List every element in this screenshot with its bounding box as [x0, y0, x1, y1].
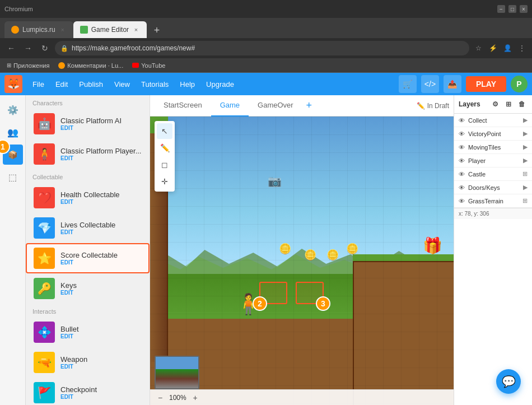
menu-upgrade[interactable]: Upgrade	[200, 73, 240, 95]
youtube-icon	[132, 63, 139, 68]
profile-icon[interactable]: 👤	[502, 43, 513, 54]
menu-edit[interactable]: Edit	[50, 73, 73, 95]
item-info-classic-ai: Classic Platform AI EDIT	[60, 117, 142, 131]
sidebar-icon-layers[interactable]: ⬚	[3, 167, 23, 187]
draft-indicator[interactable]: ✏️ In Draft	[417, 102, 449, 110]
sidebar-item-weapon[interactable]: 🔫 Weapon EDIT	[26, 347, 150, 378]
layer-name-collect: Collect	[468, 117, 520, 124]
menu-help[interactable]: Help	[174, 73, 200, 95]
menu-file[interactable]: File	[27, 73, 50, 95]
layer-grid-grass[interactable]: ⊞	[522, 197, 528, 204]
sidebar-icon-characters[interactable]: 👥	[3, 122, 23, 142]
bookmark-comments[interactable]: Комментарии · Lu...	[56, 61, 125, 70]
close-button[interactable]: ×	[520, 5, 528, 13]
item-edit-classic-ai[interactable]: EDIT	[60, 125, 142, 131]
item-edit-weapon[interactable]: EDIT	[60, 364, 142, 370]
url-bar[interactable]: 🔒 https://make.gamefroot.com/games/new#	[55, 41, 469, 55]
layer-eye-moving[interactable]: 👁	[459, 144, 465, 151]
layer-player[interactable]: 👁 Player ▶	[454, 154, 532, 167]
sidebar-item-score[interactable]: ⭐ Score Collectable EDIT	[26, 243, 150, 273]
add-tab-button[interactable]: +	[302, 99, 316, 113]
sidebar-item-keys[interactable]: 🔑 Keys EDIT	[26, 273, 150, 304]
layer-eye-doors[interactable]: 👁	[459, 184, 465, 191]
layer-grid-castle[interactable]: ⊞	[522, 170, 528, 178]
tab-start-screen[interactable]: StartScreen	[155, 95, 211, 117]
bookmark-apps[interactable]: ⊞ Приложения	[4, 61, 52, 70]
menu-view[interactable]: View	[109, 73, 136, 95]
menu-publish[interactable]: Publish	[73, 73, 109, 95]
tab-lumpics[interactable]: Lumpics.ru ×	[4, 21, 73, 38]
tool-pencil[interactable]: ✏️	[157, 140, 172, 156]
app-logo[interactable]: 🦊	[4, 75, 22, 93]
layer-doorskeys[interactable]: 👁 Doors/Keys ▶	[454, 181, 532, 194]
play-button[interactable]: PLAY	[466, 76, 506, 92]
maximize-button[interactable]: □	[508, 5, 516, 13]
item-edit-score[interactable]: EDIT	[60, 259, 142, 266]
tab-game-over[interactable]: GameOver	[249, 95, 302, 117]
sidebar-icon-settings[interactable]: ⚙️	[3, 100, 23, 120]
back-button[interactable]: ←	[4, 41, 18, 55]
item-edit-health[interactable]: EDIT	[60, 199, 142, 205]
canvas-toolbar: ↖ ✏️ ◻ ✛	[155, 121, 175, 192]
layer-castle[interactable]: 👁 Castle ⊞	[454, 167, 532, 181]
tab-close-lumpics[interactable]: ×	[59, 26, 67, 34]
sidebar-item-bullet[interactable]: 💠 Bullet EDIT	[26, 317, 150, 347]
layer-eye-collect[interactable]: 👁	[459, 117, 465, 124]
layer-arrow-moving[interactable]: ▶	[523, 143, 528, 151]
layer-victorypoint[interactable]: 👁 VictoryPoint ▶	[454, 127, 532, 141]
tab-close-game-editor[interactable]: ×	[132, 26, 140, 34]
layer-eye-victory[interactable]: 👁	[459, 131, 465, 137]
sidebar-content: Characters 🤖 Classic Platform AI EDIT 🧍 …	[26, 95, 150, 405]
layer-arrow-doors[interactable]: ▶	[523, 184, 528, 191]
bookmark-youtube[interactable]: YouTube	[130, 61, 167, 70]
layer-movingtiles[interactable]: 👁 MovingTiles ▶	[454, 141, 532, 154]
extensions-icon[interactable]: ⚡	[487, 43, 498, 54]
layer-arrow-player[interactable]: ▶	[523, 157, 528, 164]
layers-add-icon[interactable]: ⊞	[503, 99, 514, 110]
menu-icon[interactable]: ⋮	[516, 43, 528, 54]
layer-eye-grass[interactable]: 👁	[459, 198, 465, 204]
tool-eraser[interactable]: ◻	[157, 157, 172, 173]
item-edit-checkpoint[interactable]: EDIT	[60, 394, 142, 400]
layer-eye-player[interactable]: 👁	[459, 157, 465, 164]
item-edit-lives[interactable]: EDIT	[60, 229, 142, 235]
layer-arrow-collect[interactable]: ▶	[523, 117, 528, 124]
user-avatar[interactable]: P	[511, 76, 528, 92]
layers-delete-icon[interactable]: 🗑	[516, 99, 528, 110]
forward-button[interactable]: →	[21, 41, 35, 55]
sidebar-item-classic-ai[interactable]: 🤖 Classic Platform AI EDIT	[26, 109, 150, 139]
sidebar-item-checkpoint[interactable]: 🚩 Checkpoint EDIT	[26, 378, 150, 405]
minimize-button[interactable]: −	[497, 5, 505, 13]
layer-collect[interactable]: 👁 Collect ▶	[454, 114, 532, 127]
chat-button[interactable]: 💬	[496, 369, 521, 394]
layer-eye-castle[interactable]: 👁	[459, 171, 465, 178]
item-edit-keys[interactable]: EDIT	[60, 290, 142, 296]
window-controls[interactable]: − □ ×	[497, 5, 528, 13]
zoom-out-button[interactable]: −	[155, 392, 166, 403]
layers-settings-icon[interactable]: ⚙	[489, 99, 501, 110]
bookmarks-bar: ⊞ Приложения Комментарии · Lu... YouTube	[0, 58, 532, 73]
share-icon-btn[interactable]: 📤	[444, 75, 461, 93]
reload-button[interactable]: ↻	[38, 41, 52, 55]
new-tab-button[interactable]: +	[149, 22, 165, 38]
game-canvas-area[interactable]: 🧍 🪙 🪙 🪙 🪙 🎁 📷 2	[150, 117, 454, 405]
item-edit-classic-player[interactable]: EDIT	[60, 155, 142, 161]
sidebar-icon-objects[interactable]: 📦 1	[3, 145, 23, 165]
item-info-bullet: Bullet EDIT	[60, 325, 142, 339]
cart-icon-btn[interactable]: 🛒	[399, 75, 417, 93]
bookmark-icon[interactable]: ☆	[473, 43, 484, 54]
sidebar-item-lives[interactable]: 💎 Lives Collectable EDIT	[26, 213, 150, 243]
sidebar-item-health[interactable]: ❤️ Health Collectable EDIT	[26, 183, 150, 213]
item-edit-bullet[interactable]: EDIT	[60, 333, 142, 339]
sidebar-item-classic-player[interactable]: 🧍 Classic Platform Player... EDIT	[26, 139, 150, 169]
menu-tutorials[interactable]: Tutorials	[136, 73, 174, 95]
tool-move[interactable]: ✛	[157, 174, 172, 189]
zoom-in-button[interactable]: +	[190, 392, 201, 403]
layer-name-doors: Doors/Keys	[468, 184, 520, 191]
tab-game-editor[interactable]: Game Editor ×	[73, 21, 147, 38]
layer-arrow-victory[interactable]: ▶	[523, 130, 528, 137]
tool-select[interactable]: ↖	[157, 123, 172, 139]
tab-game[interactable]: Game	[211, 95, 249, 117]
code-icon-btn[interactable]: </>	[421, 75, 439, 93]
layer-grassterrain[interactable]: 👁 GrassTerrain ⊞	[454, 194, 532, 208]
